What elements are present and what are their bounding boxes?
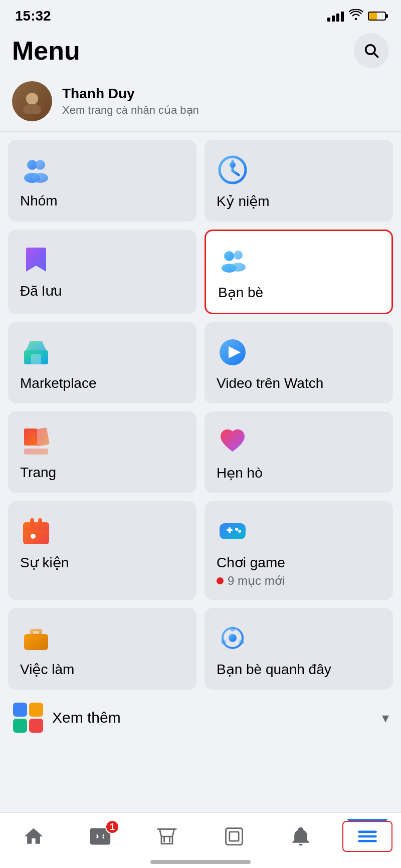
svg-point-37 bbox=[230, 626, 235, 631]
choi-game-badge-text: 9 mục mới bbox=[228, 574, 285, 588]
profile-sub: Xem trang cá nhân của bạn bbox=[62, 104, 389, 117]
hen-ho-label: Hẹn hò bbox=[217, 465, 381, 481]
status-time: 15:32 bbox=[15, 8, 51, 24]
battery-icon bbox=[368, 12, 386, 21]
grid-item-ban-be-quanh-day[interactable]: Bạn bè quanh đây bbox=[205, 608, 393, 690]
nav-item-menu[interactable] bbox=[342, 821, 392, 852]
menu-icon bbox=[355, 824, 380, 849]
choi-game-badge-row: 9 mục mới bbox=[217, 574, 381, 588]
svg-rect-29 bbox=[229, 527, 231, 533]
svg-point-25 bbox=[31, 534, 36, 539]
grid-item-nhom[interactable]: Nhóm bbox=[8, 140, 196, 222]
svg-point-10 bbox=[224, 251, 234, 261]
da-luu-icon bbox=[20, 244, 52, 276]
see-more-row[interactable]: Xem thêm ▾ bbox=[0, 690, 401, 746]
home-indicator bbox=[150, 860, 251, 864]
viec-lam-icon bbox=[20, 622, 52, 654]
hen-ho-icon bbox=[217, 425, 249, 458]
svg-point-39 bbox=[221, 639, 226, 644]
video-watch-icon bbox=[217, 336, 249, 368]
nav-item-shop[interactable] bbox=[142, 824, 192, 849]
see-more-icon bbox=[12, 702, 44, 734]
avatar bbox=[12, 81, 52, 121]
da-luu-label: Đã lưu bbox=[20, 283, 184, 299]
su-kien-label: Sự kiện bbox=[20, 554, 184, 571]
svg-rect-40 bbox=[13, 703, 27, 717]
svg-rect-34 bbox=[33, 631, 39, 634]
choi-game-label: Chơi game bbox=[217, 554, 381, 571]
svg-point-5 bbox=[35, 160, 45, 170]
svg-rect-23 bbox=[30, 518, 34, 526]
svg-rect-43 bbox=[29, 719, 43, 733]
svg-point-31 bbox=[238, 530, 241, 533]
bell-icon bbox=[288, 824, 313, 849]
grid-item-trang[interactable]: Trang bbox=[8, 411, 196, 493]
su-kien-icon bbox=[20, 515, 52, 547]
svg-point-3 bbox=[23, 104, 41, 114]
chevron-down-icon: ▾ bbox=[382, 710, 389, 726]
nav-item-bell[interactable] bbox=[276, 824, 326, 849]
svg-point-38 bbox=[239, 639, 244, 644]
svg-point-30 bbox=[235, 528, 238, 531]
video-watch-label: Video trên Watch bbox=[217, 375, 381, 391]
see-more-label: Xem thêm bbox=[52, 709, 382, 726]
profile-row[interactable]: Thanh Duy Xem trang cá nhân của bạn bbox=[0, 76, 401, 131]
nhom-label: Nhóm bbox=[20, 193, 184, 209]
trang-label: Trang bbox=[20, 465, 184, 481]
nav-item-home[interactable] bbox=[9, 824, 59, 849]
marketplace-label: Marketplace bbox=[20, 375, 184, 391]
menu-grid: NhómKỷ niệmĐã lưuBạn bèMarketplaceVideo … bbox=[0, 140, 401, 690]
grid-item-da-luu[interactable]: Đã lưu bbox=[8, 230, 196, 314]
svg-point-7 bbox=[32, 173, 48, 183]
ban-be-label: Bạn bè bbox=[218, 284, 379, 301]
trang-icon bbox=[20, 425, 52, 458]
nav-item-portal[interactable] bbox=[209, 824, 259, 849]
grid-item-ban-be[interactable]: Bạn bè bbox=[205, 230, 393, 314]
choi-game-icon bbox=[217, 515, 249, 547]
ban-be-quanh-day-icon bbox=[217, 622, 249, 654]
page-title: Menu bbox=[12, 36, 80, 66]
ky-niem-icon bbox=[217, 154, 249, 186]
search-button[interactable] bbox=[354, 33, 389, 68]
grid-item-hen-ho[interactable]: Hẹn hò bbox=[205, 411, 393, 493]
svg-rect-46 bbox=[226, 828, 242, 845]
svg-rect-47 bbox=[229, 832, 238, 841]
svg-rect-20 bbox=[24, 449, 48, 455]
grid-item-su-kien[interactable]: Sự kiện bbox=[8, 501, 196, 600]
grid-item-marketplace[interactable]: Marketplace bbox=[8, 322, 196, 403]
nav-active-bar bbox=[347, 819, 387, 821]
svg-line-1 bbox=[374, 53, 378, 57]
grid-item-ky-niem[interactable]: Kỷ niệm bbox=[205, 140, 393, 222]
grid-item-video-watch[interactable]: Video trên Watch bbox=[205, 322, 393, 403]
wifi-icon bbox=[349, 9, 363, 23]
marketplace-icon bbox=[20, 336, 52, 368]
status-icons bbox=[327, 9, 386, 23]
grid-item-viec-lam[interactable]: Việc làm bbox=[8, 608, 196, 690]
signal-icon bbox=[327, 11, 344, 22]
video-badge: 1 bbox=[105, 820, 119, 834]
svg-rect-41 bbox=[29, 703, 43, 717]
svg-point-2 bbox=[26, 93, 38, 105]
choi-game-badge-dot bbox=[217, 577, 224, 584]
nhom-icon bbox=[20, 154, 52, 186]
grid-item-choi-game[interactable]: Chơi game9 mục mới bbox=[205, 501, 393, 600]
svg-point-11 bbox=[234, 251, 243, 260]
nav-item-video[interactable]: 1 bbox=[75, 824, 125, 849]
home-icon bbox=[21, 824, 46, 849]
svg-rect-24 bbox=[38, 518, 42, 526]
viec-lam-label: Việc làm bbox=[20, 661, 184, 678]
svg-point-9 bbox=[230, 162, 236, 168]
portal-icon bbox=[222, 824, 247, 849]
svg-rect-27 bbox=[220, 523, 246, 539]
profile-info: Thanh Duy Xem trang cá nhân của bạn bbox=[62, 86, 389, 117]
divider bbox=[0, 131, 401, 132]
header: Menu bbox=[0, 28, 401, 76]
ban-be-quanh-day-label: Bạn bè quanh đây bbox=[217, 661, 381, 678]
status-bar: 15:32 bbox=[0, 0, 401, 28]
svg-point-13 bbox=[231, 263, 246, 272]
search-icon bbox=[363, 42, 380, 59]
svg-rect-42 bbox=[13, 719, 27, 733]
svg-rect-15 bbox=[31, 354, 41, 364]
shop-icon bbox=[154, 824, 179, 849]
svg-rect-32 bbox=[24, 634, 48, 650]
